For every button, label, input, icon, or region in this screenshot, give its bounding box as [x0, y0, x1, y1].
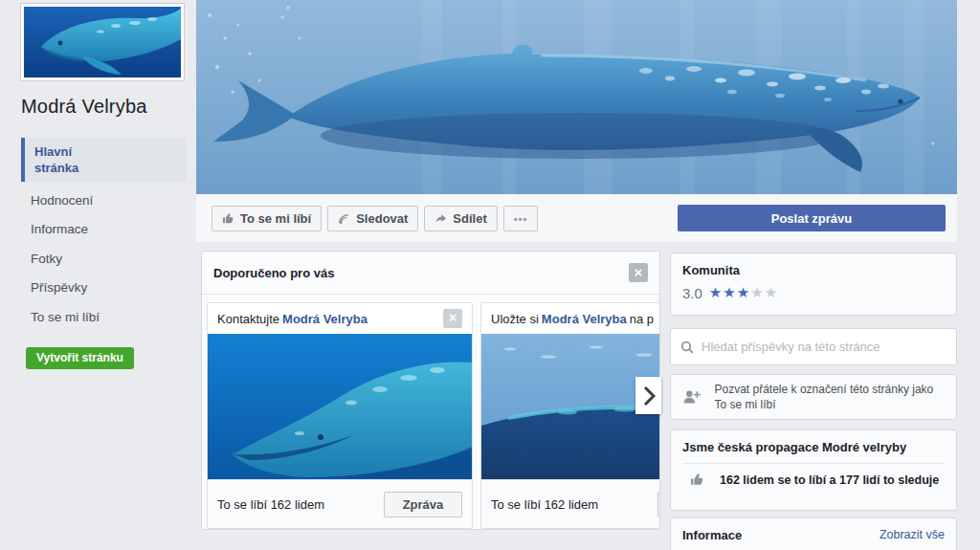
community-title: Komunita	[682, 263, 945, 277]
message-card-button[interactable]: Zpráva	[657, 492, 659, 517]
search-posts-input[interactable]	[702, 340, 947, 354]
info-title: Informace	[682, 528, 742, 542]
star-icon	[709, 284, 723, 300]
profile-picture[interactable]	[21, 4, 184, 80]
share-button[interactable]: Sdílet	[424, 206, 497, 231]
divider	[682, 463, 945, 464]
more-actions-button[interactable]: •••	[503, 206, 539, 231]
chevron-right-icon	[642, 385, 656, 407]
card-title-prefix: Uložte si	[491, 312, 539, 326]
card-whale-image[interactable]	[481, 334, 659, 479]
like-page-button[interactable]: To se mi líbí	[212, 206, 322, 231]
page-search-box	[670, 328, 957, 365]
star-icon	[750, 284, 764, 300]
cover-photo[interactable]	[196, 0, 957, 194]
sidebar-item-posts[interactable]: Příspěvky	[31, 280, 87, 295]
card-likes-count: To se líbí 162 lidem	[217, 497, 324, 512]
recommended-section: Doporučeno pro vás × Kontaktujte Modrá V…	[201, 251, 660, 530]
star-icon	[765, 284, 778, 300]
share-arrow-icon	[434, 212, 447, 225]
send-message-button[interactable]: Poslat zprávu	[678, 205, 946, 231]
thumbs-up-icon	[690, 473, 704, 487]
recommended-title: Doporučeno pro vás	[213, 266, 334, 280]
card-page-link[interactable]: Modrá Velryba	[542, 312, 627, 326]
see-all-link[interactable]: Zobrazit vše	[880, 528, 945, 541]
page-title: Modrá Velryba	[21, 96, 147, 118]
about-box: Jsme česká propagace Modré velryby 162 l…	[670, 429, 957, 511]
follow-signal-icon	[338, 212, 350, 225]
sidebar-item-photos[interactable]: Fotky	[31, 252, 62, 266]
card-title-suffix: na p	[630, 312, 654, 326]
thumbs-up-icon	[222, 212, 234, 225]
sidebar-item-about[interactable]: Informace	[31, 222, 88, 236]
cover-whale-image	[196, 0, 957, 194]
card-page-link[interactable]: Modrá Velryba	[282, 312, 368, 326]
create-page-button[interactable]: Vytvořit stránku	[26, 347, 134, 369]
facebook-page: Modrá Velryba Hlavní stránka Hodnocení I…	[0, 0, 980, 550]
info-box: Informace Zobrazit vše	[670, 517, 957, 550]
invite-friends-row[interactable]: Pozvat přátele k označení této stránky j…	[670, 374, 957, 420]
sidebar-item-likes[interactable]: To se mi líbí	[31, 310, 100, 324]
community-box: Komunita 3.0	[670, 253, 957, 316]
page-description: Jsme česká propagace Modré velryby	[682, 440, 945, 454]
add-friend-icon	[682, 387, 702, 407]
profile-whale-image	[24, 7, 181, 77]
close-icon[interactable]: ×	[443, 309, 462, 328]
sidebar-item-reviews[interactable]: Hodnocení	[31, 193, 93, 208]
likes-follows-stats: 162 lidem se to líbí a 177 lidí to sledu…	[720, 473, 939, 487]
recommended-card-contact: Kontaktujte Modrá Velryba ×	[207, 302, 473, 529]
follow-button[interactable]: Sledovat	[327, 206, 418, 231]
ellipsis-icon: •••	[514, 213, 528, 225]
sidebar-item-label: Hlavní stránka	[34, 143, 103, 176]
close-icon[interactable]: ×	[629, 263, 648, 282]
star-rating	[709, 284, 778, 301]
card-whale-image[interactable]	[208, 334, 472, 479]
recommended-carousel: Kontaktujte Modrá Velryba ×	[202, 295, 659, 529]
card-likes-count: To se líbí 162 lidem	[491, 497, 598, 512]
search-icon	[680, 341, 694, 354]
message-card-button[interactable]: Zpráva	[384, 492, 462, 517]
sidebar-item-home[interactable]: Hlavní stránka	[21, 138, 187, 182]
star-icon	[737, 284, 750, 300]
carousel-next-button[interactable]	[635, 377, 661, 414]
star-icon	[723, 284, 736, 300]
rating-value: 3.0	[682, 285, 702, 301]
recommended-card-save: Uložte si Modrá Velryba na p ×	[480, 302, 659, 529]
page-action-bar: To se mi líbí Sledovat Sdílet ••• Poslat…	[196, 194, 957, 242]
invite-text: Pozvat přátele k označení této stránky j…	[715, 382, 946, 412]
card-title-prefix: Kontaktujte	[217, 312, 279, 326]
